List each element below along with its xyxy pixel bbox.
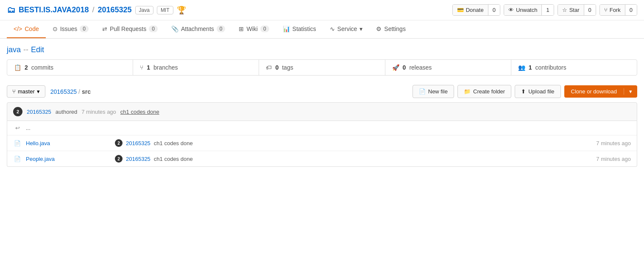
star-icon: ☆ xyxy=(562,7,567,13)
stat-releases[interactable]: 🚀 0 releases xyxy=(385,60,511,75)
donate-label[interactable]: 💳 Donate xyxy=(453,5,488,15)
clone-dropdown-icon[interactable]: ▾ xyxy=(624,88,637,95)
commit-message[interactable]: ch1 codes done xyxy=(120,109,159,115)
donate-button[interactable]: 💳 Donate 0 xyxy=(452,4,500,16)
branch-dropdown-icon: ▾ xyxy=(37,88,40,95)
file-avatar-hello: 2 xyxy=(115,139,123,147)
commit-author[interactable]: 20165325 xyxy=(27,109,51,115)
fork-label[interactable]: ⑂ Fork xyxy=(600,5,625,15)
issues-count: 0 xyxy=(80,25,89,32)
tab-code[interactable]: </> Code xyxy=(7,20,46,38)
back-icon: ↩ xyxy=(13,125,22,131)
tab-attachments[interactable]: 📎 Attachments 0 xyxy=(164,20,232,38)
donate-icon: 💳 xyxy=(457,7,464,13)
stats-row: 📋 2 commits ⑂ 1 branches 🏷 0 tags 🚀 0 re… xyxy=(7,59,637,76)
file-author-hello[interactable]: 20165325 xyxy=(126,140,151,146)
branch-icon: ⑂ xyxy=(12,88,16,95)
branch-selector[interactable]: ⑂ master ▾ xyxy=(7,85,45,98)
edit-link[interactable]: Edit xyxy=(31,45,44,54)
toolbar-buttons: 📄 New file 📁 Create folder ⬆ Upload file… xyxy=(413,85,637,98)
fork-count[interactable]: 0 xyxy=(625,5,637,15)
commits-icon: 📋 xyxy=(14,64,21,71)
service-dropdown-icon: ▾ xyxy=(360,25,362,32)
contributors-icon: 👥 xyxy=(518,64,525,71)
service-icon: ∿ xyxy=(330,25,335,32)
badge-java: Java xyxy=(135,6,153,14)
file-icon: 📄 xyxy=(13,140,22,146)
commit-time: 7 minutes ago xyxy=(81,109,116,115)
clone-button[interactable]: Clone or download ▾ xyxy=(564,85,637,98)
breadcrumb: java -- Edit xyxy=(0,39,644,59)
stat-tags[interactable]: 🏷 0 tags xyxy=(259,60,385,75)
pr-icon: ⇄ xyxy=(102,25,107,32)
stat-branches[interactable]: ⑂ 1 branches xyxy=(133,60,259,75)
code-icon: </> xyxy=(14,25,22,32)
tags-icon: 🏷 xyxy=(266,64,272,71)
back-dots[interactable]: ... xyxy=(26,125,31,131)
file-commit-info: 2 20165325 ch1 codes done xyxy=(115,155,592,163)
fork-icon: ⑂ xyxy=(604,7,608,13)
attachments-count: 0 xyxy=(217,25,226,32)
wiki-count: 0 xyxy=(260,25,269,32)
tab-wiki[interactable]: ⊞ Wiki 0 xyxy=(232,20,276,38)
tab-statistics[interactable]: 📊 Statistics xyxy=(276,20,323,38)
file-icon: 📄 xyxy=(13,156,22,162)
breadcrumb-root[interactable]: java xyxy=(7,45,21,54)
tab-service[interactable]: ∿ Service ▾ xyxy=(323,20,370,38)
repo-owner[interactable]: BESTI.IS.JAVA2018 xyxy=(19,6,89,14)
settings-icon: ⚙ xyxy=(376,25,382,32)
file-name-people[interactable]: People.java xyxy=(26,156,111,162)
repo-icon: 🗂 xyxy=(7,5,15,15)
file-avatar-people: 2 xyxy=(115,155,123,163)
repo-title: 🗂 BESTI.IS.JAVA2018 / 20165325 Java MIT … xyxy=(7,5,186,15)
tab-settings[interactable]: ⚙ Settings xyxy=(369,20,413,38)
top-bar: 🗂 BESTI.IS.JAVA2018 / 20165325 Java MIT … xyxy=(0,0,644,20)
attach-icon: 📎 xyxy=(171,25,178,32)
wiki-icon: ⊞ xyxy=(239,25,244,32)
file-table: ↩ ... 📄 Hello.java 2 20165325 ch1 codes … xyxy=(7,121,637,167)
unwatch-label[interactable]: 👁 Unwatch xyxy=(504,5,542,15)
branches-icon: ⑂ xyxy=(140,64,143,71)
star-button[interactable]: ☆ Star 0 xyxy=(558,4,596,16)
tab-issues[interactable]: ⊙ Issues 0 xyxy=(46,20,95,38)
commit-action: authored xyxy=(56,109,77,115)
unwatch-button[interactable]: 👁 Unwatch 1 xyxy=(504,4,554,16)
pr-count: 0 xyxy=(149,25,158,32)
file-row: 📄 Hello.java 2 20165325 ch1 codes done 7… xyxy=(7,135,637,151)
trophy-icon: 🏆 xyxy=(177,6,186,15)
file-name-hello[interactable]: Hello.java xyxy=(26,140,111,146)
repo-name[interactable]: 20165325 xyxy=(98,6,131,14)
file-row-back: ↩ ... xyxy=(7,121,637,135)
path-owner[interactable]: 20165325 xyxy=(50,88,77,95)
path-folder: src xyxy=(82,88,91,95)
donate-count[interactable]: 0 xyxy=(488,5,500,15)
breadcrumb-separator: -- xyxy=(23,45,28,54)
commit-avatar: 2 xyxy=(13,107,22,116)
file-commit-msg-people: ch1 codes done xyxy=(154,156,193,162)
stat-commits[interactable]: 📋 2 commits xyxy=(7,60,133,75)
file-commit-msg-hello: ch1 codes done xyxy=(154,140,193,146)
fork-button[interactable]: ⑂ Fork 0 xyxy=(599,4,637,16)
star-count[interactable]: 0 xyxy=(584,5,596,15)
file-time-hello: 7 minutes ago xyxy=(596,140,631,146)
star-label[interactable]: ☆ Star xyxy=(558,5,584,15)
path-breadcrumb: 20165325 / src xyxy=(50,88,91,95)
unwatch-count[interactable]: 1 xyxy=(541,5,553,15)
upload-file-button[interactable]: ⬆ Upload file xyxy=(515,85,560,98)
issue-icon: ⊙ xyxy=(53,25,58,32)
toolbar-row: ⑂ master ▾ 20165325 / src 📄 New file 📁 C… xyxy=(0,81,644,102)
stats-icon: 📊 xyxy=(283,25,290,32)
badge-mit: MIT xyxy=(157,6,173,14)
new-file-icon: 📄 xyxy=(419,88,426,95)
new-file-button[interactable]: 📄 New file xyxy=(413,85,454,98)
upload-icon: ⬆ xyxy=(521,88,526,95)
tab-pull-requests[interactable]: ⇄ Pull Requests 0 xyxy=(95,20,164,38)
path-sep: / xyxy=(78,88,80,95)
file-author-people[interactable]: 20165325 xyxy=(126,156,151,162)
commit-row: 2 20165325 authored 7 minutes ago ch1 co… xyxy=(7,102,637,121)
top-actions: 💳 Donate 0 👁 Unwatch 1 ☆ Star 0 ⑂ Fork xyxy=(452,4,637,16)
stat-contributors[interactable]: 👥 1 contributors xyxy=(511,60,637,75)
repo-separator: / xyxy=(92,6,94,14)
create-folder-button[interactable]: 📁 Create folder xyxy=(457,85,511,98)
eye-icon: 👁 xyxy=(508,7,514,13)
